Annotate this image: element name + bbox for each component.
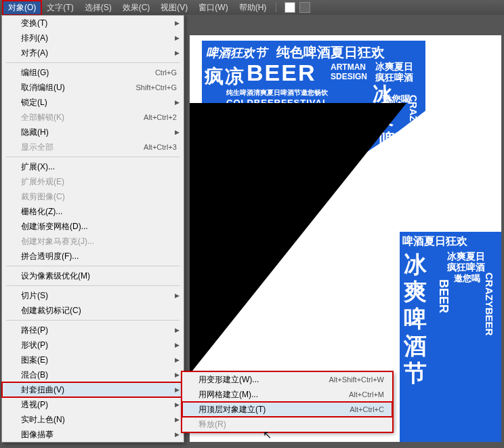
- menu-item-label: 切片(S): [21, 290, 177, 302]
- art-text: CRAZYBEER: [408, 95, 419, 154]
- menu-item[interactable]: 拼合透明度(F)...: [2, 249, 184, 264]
- menu-item-label: 变换(T): [21, 18, 177, 29]
- submenu-arrow-icon: ▶: [175, 386, 180, 393]
- menu-item-shortcut: Alt+Ctrl+2: [144, 113, 177, 121]
- menu-item[interactable]: 图案(E)▶: [2, 352, 184, 367]
- menu-item[interactable]: 栅格化(Z)...: [2, 204, 184, 219]
- submenu-item-label: 释放(R): [198, 419, 384, 430]
- submenu-arrow-icon: ▶: [175, 416, 180, 423]
- text-block-right[interactable]: 啤酒夏日狂欢 冰爽夏日 疯狂啤酒 邀您喝 冰 爽 啤 酒 节 CRAZYBEER…: [400, 232, 501, 442]
- submenu-item-shortcut: Alt+Ctrl+M: [349, 390, 384, 399]
- art-text: 节: [404, 358, 427, 389]
- menu-item-label: 实时上色(N): [21, 414, 177, 426]
- menu-item-shortcut: Ctrl+G: [155, 68, 177, 77]
- menu-item-label: 扩展外观(E): [21, 176, 177, 188]
- menu-item-label: 栅格化(Z)...: [21, 206, 177, 218]
- art-text: 啤酒狂欢节: [206, 45, 267, 61]
- menu-item[interactable]: 编组(G)Ctrl+G: [2, 65, 184, 80]
- menu-item[interactable]: 混合(B)▶: [2, 367, 184, 382]
- menu-item-label: 创建渐变网格(D)...: [21, 221, 177, 232]
- menu-item[interactable]: 切片(S)▶: [2, 288, 184, 303]
- menu-item-label: 拼合透明度(F)...: [21, 251, 177, 262]
- menu-item[interactable]: 透视(P)▶: [2, 397, 184, 412]
- separator: [276, 3, 276, 12]
- menu-item[interactable]: 封套扭曲(V)▶: [2, 382, 184, 397]
- submenu-item-label: 用变形建立(W)...: [198, 374, 329, 386]
- submenu-arrow-icon: ▶: [175, 327, 180, 333]
- menu-type[interactable]: 文字(T): [41, 1, 79, 15]
- menu-item: 扩展外观(E): [2, 174, 184, 189]
- submenu-arrow-icon: ▶: [175, 99, 180, 106]
- menu-select[interactable]: 选择(S): [79, 1, 117, 15]
- menu-item-label: 创建裁切标记(C): [21, 305, 177, 317]
- menu-item[interactable]: 路径(P)▶: [2, 323, 184, 338]
- menu-item-shortcut: Shift+Ctrl+G: [135, 83, 177, 91]
- menu-item-label: 取消编组(U): [21, 82, 135, 94]
- menu-item-label: 混合(B): [21, 369, 177, 381]
- submenu-item[interactable]: 用顶层对象建立(T)Alt+Ctrl+C: [182, 402, 392, 417]
- menu-window[interactable]: 窗口(W): [193, 1, 233, 15]
- menu-item-label: 形状(P): [21, 340, 177, 351]
- menu-item[interactable]: 扩展(X)...: [2, 159, 184, 174]
- menu-separator: [6, 285, 180, 286]
- menu-item-label: 全部解锁(K): [21, 112, 144, 123]
- menu-item-label: 透视(P): [21, 399, 177, 411]
- submenu-arrow-icon: ▶: [175, 129, 180, 136]
- menu-help[interactable]: 帮助(H): [234, 1, 272, 15]
- submenu-arrow-icon: ▶: [175, 371, 180, 378]
- submenu-arrow-icon: ▶: [175, 342, 180, 348]
- menu-item[interactable]: 设为像素级优化(M): [2, 268, 184, 283]
- menu-item-label: 封套扭曲(V): [21, 384, 177, 396]
- swatch-light[interactable]: [285, 2, 295, 13]
- submenu-item-label: 用顶层对象建立(T): [198, 404, 350, 415]
- art-text: ARTMAN: [331, 62, 366, 72]
- menu-item-label: 路径(P): [21, 325, 177, 336]
- submenu-item[interactable]: 用变形建立(W)...Alt+Shift+Ctrl+W: [182, 372, 392, 387]
- swatch-dark[interactable]: [299, 2, 310, 13]
- menu-item-shortcut: Alt+Ctrl+3: [144, 143, 177, 151]
- menu-separator: [6, 157, 180, 157]
- art-text: SDESIGN: [331, 72, 367, 81]
- menu-item[interactable]: 对齐(A)▶: [2, 45, 184, 60]
- menu-separator: [6, 266, 180, 266]
- art-text: CRAZYBEER: [484, 272, 495, 335]
- menu-item[interactable]: 变换(T)▶: [2, 16, 184, 30]
- art-text: 邀您喝: [454, 272, 480, 285]
- menu-effect[interactable]: 效果(C): [117, 1, 156, 15]
- submenu-item[interactable]: 用网格建立(M)...Alt+Ctrl+M: [182, 387, 392, 402]
- submenu-arrow-icon: ▶: [175, 357, 180, 363]
- menu-item[interactable]: 创建裁切标记(C): [2, 303, 184, 318]
- menu-item[interactable]: 排列(A)▶: [2, 30, 184, 45]
- art-text: 凉: [225, 64, 244, 89]
- menu-object[interactable]: 对象(O): [3, 1, 41, 15]
- menu-item[interactable]: 创建渐变网格(D)...: [2, 219, 184, 234]
- menu-item-label: 创建对象马赛克(J)...: [21, 236, 177, 247]
- menu-item[interactable]: 锁定(L)▶: [2, 95, 184, 110]
- menu-view[interactable]: 视图(V): [155, 1, 193, 15]
- menu-item-label: 设为像素级优化(M): [21, 270, 177, 282]
- submenu-arrow-icon: ▶: [175, 35, 180, 41]
- menu-item-label: 显示全部: [21, 142, 144, 153]
- art-text: BEER: [247, 60, 316, 86]
- menu-item[interactable]: 取消编组(U)Shift+Ctrl+G: [2, 80, 184, 95]
- submenu-arrow-icon: ▶: [175, 292, 180, 299]
- menu-item[interactable]: 形状(P)▶: [2, 338, 184, 352]
- menu-separator: [6, 62, 180, 63]
- submenu-item: 释放(R): [182, 417, 392, 432]
- art-text: 疯: [205, 64, 224, 89]
- menu-item: 裁剪图像(C): [2, 189, 184, 204]
- black-triangle[interactable]: [190, 103, 406, 374]
- submenu-arrow-icon: ▶: [175, 20, 180, 26]
- menu-item-label: 对齐(A): [21, 47, 177, 59]
- menu-item: 创建对象马赛克(J)...: [2, 234, 184, 249]
- menu-item-label: 隐藏(H): [21, 127, 177, 138]
- art-text: 纯生啤酒清爽夏日啤酒节邀您畅饮: [226, 88, 328, 98]
- submenu-item-label: 用网格建立(M)...: [198, 389, 349, 401]
- menu-item[interactable]: 图像描摹▶: [2, 427, 184, 442]
- menu-item[interactable]: 实时上色(N)▶: [2, 412, 184, 427]
- envelope-distort-submenu: 用变形建立(W)...Alt+Shift+Ctrl+W用网格建立(M)...Al…: [182, 371, 393, 432]
- menu-item-label: 排列(A): [21, 33, 177, 44]
- submenu-arrow-icon: ▶: [175, 431, 180, 438]
- menu-bar: 对象(O) 文字(T) 选择(S) 效果(C) 视图(V) 窗口(W) 帮助(H…: [0, 0, 504, 16]
- menu-item[interactable]: 隐藏(H)▶: [2, 125, 184, 140]
